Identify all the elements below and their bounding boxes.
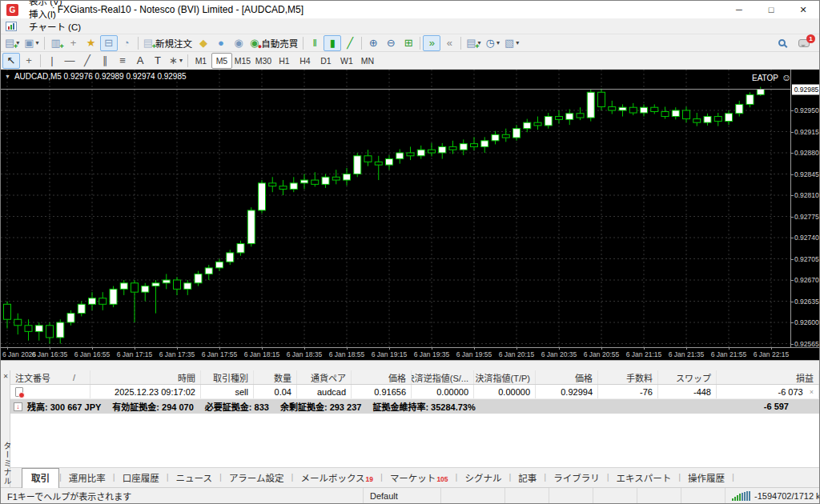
timeframe-m1-button[interactable]: M1 (191, 53, 211, 69)
close-position-button[interactable]: × (810, 388, 814, 396)
candlestick-plot[interactable] (1, 70, 790, 347)
timeframe-mn-button[interactable]: MN (357, 53, 378, 69)
terminal-panel-button[interactable]: ⊟ (100, 35, 118, 51)
timeframe-h4-button[interactable]: H4 (295, 53, 316, 69)
price-axis[interactable]: 0.929500.929150.928800.928450.928100.927… (790, 70, 819, 347)
fibonacci-button[interactable]: ≡ (114, 53, 131, 69)
tab-10[interactable]: エキスパート (609, 469, 679, 487)
terminal-close-button[interactable]: ✕ (1, 371, 10, 382)
tile-windows-button[interactable]: ⊞ (400, 35, 417, 51)
tab-0[interactable]: 取引 (22, 468, 59, 488)
order-row[interactable]: 2025.12.23 09:17:02sell0.04audcad0.91656… (10, 385, 819, 399)
vertical-line-button[interactable]: | (43, 53, 61, 69)
time-tick-mark (219, 347, 220, 350)
column-header-4[interactable]: 通貨ペア (297, 370, 352, 384)
chart-shift-button[interactable]: « (440, 35, 458, 51)
timeframe-h1-button[interactable]: H1 (274, 53, 295, 69)
text-button[interactable]: A (131, 53, 149, 69)
crosshair-button[interactable]: + (20, 53, 38, 69)
candle (142, 286, 149, 293)
status-profile[interactable]: Default (364, 488, 441, 503)
metaeditor-button[interactable]: ◆ (195, 35, 212, 51)
periods-button[interactable]: ◷▾ (484, 35, 502, 51)
chart-area[interactable]: ▼ AUDCAD,M5 0.92976 0.92989 0.92974 0.92… (1, 70, 819, 360)
tab-7[interactable]: シグナル (457, 469, 508, 487)
auto-trading-button[interactable]: ◉●自動売買 (247, 35, 300, 51)
new-order-button[interactable]: ▤+新規注文 (141, 35, 195, 51)
profiles-button[interactable]: ▣▾ (22, 35, 41, 51)
balance-row: ↓ 残高: 300 667 JPY有効証拠金: 294 070必要証拠金: 83… (10, 399, 819, 414)
panel-splitter[interactable] (1, 360, 819, 370)
tab-3[interactable]: ニュース (169, 469, 219, 487)
candle (237, 244, 244, 253)
bar-chart-button[interactable]: ‖ (306, 35, 324, 51)
market-watch-button[interactable]: ▥+ (47, 35, 65, 51)
candle (195, 274, 202, 282)
search-button[interactable] (773, 35, 790, 51)
timeframe-d1-button[interactable]: D1 (316, 53, 336, 69)
chart-window-icon[interactable] (6, 22, 17, 31)
tab-8[interactable]: 記事 (511, 469, 544, 487)
indicators-button[interactable]: ▤+▾ (464, 35, 483, 51)
tab-11[interactable]: 操作履歴 (681, 469, 732, 487)
column-header-6[interactable]: 決済逆指値(S/... (412, 370, 474, 384)
tab-4[interactable]: アラーム設定 (222, 469, 291, 487)
minimize-button[interactable]: ─ (723, 1, 755, 18)
column-header-9[interactable]: 手数料 (598, 370, 658, 384)
column-header-2[interactable]: 取引種別 (201, 370, 254, 384)
templates-button[interactable]: ▧▾ (502, 35, 521, 51)
column-header-1[interactable]: 時間 (90, 370, 201, 384)
text-label-button[interactable]: T (149, 53, 167, 69)
column-header-5[interactable]: 価格 (352, 370, 412, 384)
maximize-button[interactable]: □ (755, 1, 787, 18)
trendline-button[interactable]: ╱ (78, 53, 96, 69)
candlestick-chart-button[interactable]: ▮ (324, 35, 341, 51)
menu-item-3[interactable]: チャート (C) (22, 20, 99, 33)
profiles-caret-icon[interactable]: ▾ (36, 39, 39, 46)
price-tick-mark (791, 174, 794, 175)
chart-expander-icon[interactable]: ▼ (5, 74, 10, 79)
tab-5[interactable]: メールボックス19 (293, 469, 380, 487)
community-button[interactable]: ● (212, 35, 230, 51)
line-chart-button[interactable]: ╱ (341, 35, 359, 51)
column-header-8[interactable]: 価格 (536, 370, 598, 384)
auto-scroll-button[interactable]: » (423, 35, 440, 51)
tab-6[interactable]: マーケット105 (383, 469, 456, 487)
candle (417, 150, 424, 156)
strategy-tester-button[interactable]: ◔ (118, 35, 135, 51)
data-window-button[interactable]: + (65, 35, 82, 51)
navigator-button[interactable]: ★ (82, 35, 100, 51)
close-button[interactable]: ✕ (787, 1, 819, 18)
timeframe-w1-button[interactable]: W1 (336, 53, 357, 69)
horizontal-line-button[interactable]: — (61, 53, 78, 69)
zoom-in-button[interactable]: ⊕ (364, 35, 382, 51)
mql5-services-button[interactable]: ◉ (230, 35, 247, 51)
column-header-10[interactable]: スワップ (658, 370, 717, 384)
menu-item-2[interactable]: 挿入(I) (22, 7, 99, 20)
cursor-button[interactable]: ↖ (2, 53, 20, 69)
zoom-out-button[interactable]: ⊖ (382, 35, 400, 51)
arrows-button[interactable]: ∗▾ (167, 53, 185, 69)
tab-9[interactable]: ライブラリ (546, 469, 607, 487)
new-chart-button[interactable]: ▤+▾ (2, 35, 22, 51)
notifications-button[interactable]: 1 (795, 35, 813, 51)
tab-1[interactable]: 運用比率 (62, 469, 113, 487)
templates-caret-icon[interactable]: ▾ (516, 39, 519, 46)
timeframe-m15-button[interactable]: M15 (232, 53, 253, 69)
arrows-caret-icon[interactable]: ▾ (179, 57, 183, 64)
price-tick-mark (791, 110, 794, 111)
timeframe-m5-button[interactable]: M5 (211, 53, 232, 69)
periods-caret-icon[interactable]: ▾ (496, 39, 500, 46)
timeframe-m30-button[interactable]: M30 (253, 53, 274, 69)
ea-smiley-icon[interactable]: ☺ (782, 72, 791, 83)
column-header-11[interactable]: 損益 (717, 370, 819, 384)
time-tick-mark (347, 347, 348, 350)
column-header-0[interactable]: 注文番号/ (10, 370, 90, 384)
column-header-7[interactable]: 決済指値(T/P) (474, 370, 536, 384)
menu-item-1[interactable]: 表示 (V) (22, 0, 99, 7)
equidistant-channel-button[interactable]: ∥ (96, 53, 114, 69)
time-axis[interactable]: 6 Jan 20266 Jan 16:356 Jan 16:556 Jan 17… (1, 347, 819, 360)
column-header-3[interactable]: 数量 (254, 370, 297, 384)
tab-2[interactable]: 口座履歴 (115, 469, 167, 487)
balance-segment-0: 残高: 300 667 JPY (27, 400, 101, 413)
